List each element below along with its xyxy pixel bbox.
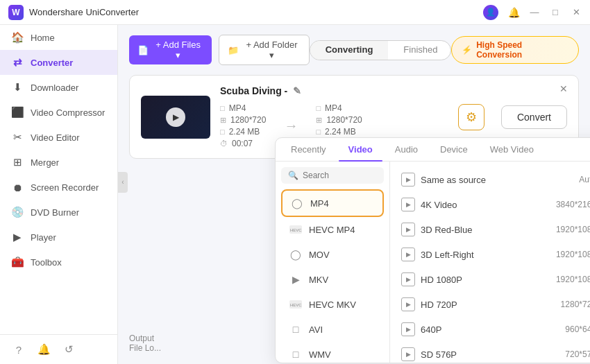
add-folder-button[interactable]: 📁 + Add Folder ▾ [219,35,309,65]
source-resolution-row: ⊞ 1280*720 [220,115,266,125]
size-icon: □ [220,128,225,136]
source-resolution: 1280*720 [230,115,266,125]
title-bar-left: W Wondershare UniConverter [8,5,139,20]
bell-icon[interactable]: 🔔 [508,7,519,18]
sidebar-bottom: ? 🔔 ↺ [0,334,117,364]
format-body: 🔍 ◯ MP4 HEVC HEVC MP4 ◯ [276,162,590,363]
player-icon: ▶ [11,231,24,243]
toolbox-icon: 🧰 [11,256,24,268]
format-option-mkv[interactable]: ▶ MKV [281,267,384,292]
source-format: MP4 [229,103,246,113]
quality-640p[interactable]: ▶ 640P 960*640 ✎ [390,317,590,342]
target-format-icon: □ [316,104,321,112]
format-tab-video[interactable]: Video [339,138,382,161]
quality-play-icon-5: ▶ [401,297,415,311]
search-icon: 🔍 [288,171,298,180]
refresh-icon[interactable]: ↺ [61,342,76,357]
video-title: Scuba Diving - ✎ [220,85,448,96]
help-icon[interactable]: ? [11,342,26,357]
sidebar-item-video-editor[interactable]: ✂ Video Editor [0,125,117,150]
format-tab-device[interactable]: Device [430,138,478,161]
convert-button[interactable]: Convert [501,105,567,129]
format-option-avi[interactable]: □ AVI [281,317,384,342]
quality-hd-720p[interactable]: ▶ HD 720P 1280*720 ✎ [390,292,590,317]
sidebar-item-label: Converter [31,58,73,68]
quality-hd-1080p[interactable]: ▶ HD 1080P 1920*1080 ✎ [390,267,590,292]
quality-play-icon-4: ▶ [401,272,415,286]
quality-play-icon-7: ▶ [401,347,415,361]
edit-title-icon[interactable]: ✎ [293,85,301,96]
sidebar-item-video-compressor[interactable]: ⬛ Video Compressor [0,100,117,125]
sidebar-item-dvd-burner[interactable]: 💿 DVD Burner [0,200,117,225]
sidebar-item-label: DVD Burner [31,207,79,218]
merger-icon: ⊞ [11,156,24,168]
video-thumbnail[interactable]: ▶ [141,96,210,139]
sidebar-item-label: Merger [31,157,59,168]
video-card-close-button[interactable]: ✕ [557,83,570,95]
target-size: 2.24 MB [325,127,356,137]
format-option-hevc-mp4[interactable]: HEVC HEVC MP4 [281,217,384,242]
sidebar-item-merger[interactable]: ⊞ Merger [0,150,117,175]
file-location-label: File Lo... [129,343,161,353]
settings-button[interactable]: ⚙ [458,104,484,130]
high-speed-button[interactable]: ⚡ High Speed Conversion [451,36,579,64]
svg-text:HEVC: HEVC [290,303,302,307]
quality-list: ▶ Same as source Auto ✎ ▶ 4K Video [390,162,590,363]
format-option-wmv[interactable]: □ WMV [281,342,384,363]
format-option-mov[interactable]: ◯ MOV [281,242,384,267]
lightning-icon: ⚡ [462,45,472,55]
sidebar-collapse-button[interactable]: ‹ [118,172,128,193]
quality-same-as-source[interactable]: ▶ Same as source Auto ✎ [390,167,590,192]
wmv-icon: □ [288,347,303,362]
target-resolution-icon: ⊞ [316,116,322,125]
target-resolution: 1280*720 [326,115,362,125]
notification-icon[interactable]: 🔔 [36,342,51,357]
format-search-input[interactable] [303,171,377,180]
user-icon[interactable]: 👤 [483,5,498,20]
format-tab-web-video[interactable]: Web Video [480,138,543,161]
tab-finished[interactable]: Finished [388,41,451,60]
editor-icon: ✂ [11,131,24,144]
format-option-hevc-mkv[interactable]: HEVC HEVC MKV [281,292,384,317]
downloader-icon: ⬇ [11,81,24,94]
source-duration: 00:07 [232,139,253,148]
quality-4k[interactable]: ▶ 4K Video 3840*2160 ✎ [390,192,590,217]
format-tab-recently[interactable]: Recently [281,138,336,161]
sidebar-item-player[interactable]: ▶ Player [0,225,117,250]
screen-recorder-icon: ⏺ [11,181,24,193]
format-icon: □ [220,104,225,112]
sidebar-item-toolbox[interactable]: 🧰 Toolbox [0,250,117,275]
minimize-icon[interactable]: — [529,7,540,18]
quality-play-icon-1: ▶ [401,198,415,211]
title-bar-controls: 👤 🔔 — □ ✕ [483,5,582,20]
target-format: MP4 [325,103,342,113]
sidebar-item-label: Downloader [31,83,78,93]
quality-3d-left-right[interactable]: ▶ 3D Left-Right 1920*1080 ✎ [390,242,590,267]
add-files-button[interactable]: 📄 Converting + Add Files ▾ [129,35,212,64]
hevc-mkv-icon: HEVC [288,297,303,312]
sidebar-item-downloader[interactable]: ⬇ Downloader [0,75,117,100]
format-search-box[interactable]: 🔍 [281,167,384,184]
content-area: 📄 Converting + Add Files ▾ 📁 + Add Folde… [118,25,590,364]
format-tab-audio[interactable]: Audio [385,138,428,161]
sidebar-item-home[interactable]: 🏠 Home [0,25,117,50]
add-files-icon: 📄 [137,45,149,55]
close-icon[interactable]: ✕ [571,7,582,18]
sidebar-item-screen-recorder[interactable]: ⏺ Screen Recorder [0,175,117,200]
quality-3d-red-blue[interactable]: ▶ 3D Red-Blue 1920*1080 ✎ [390,217,590,242]
resolution-icon: ⊞ [220,116,226,125]
dvd-burner-icon: 💿 [11,206,24,218]
hevc-mp4-icon: HEVC [288,222,303,237]
format-tabs: Recently Video Audio Device Web Video [276,138,590,162]
maximize-icon[interactable]: □ [550,7,561,18]
quality-sd-576p[interactable]: ▶ SD 576P 720*576 ✎ [390,342,590,363]
sidebar-item-converter[interactable]: ⇄ Converter [0,50,117,75]
app-title: Wondershare UniConverter [29,7,139,17]
source-meta: □ MP4 ⊞ 1280*720 □ 2.24 MB [220,103,266,148]
format-option-mp4[interactable]: ◯ MP4 [281,189,384,217]
sidebar-item-label: Player [31,232,56,243]
source-size: 2.24 MB [229,127,260,137]
sidebar-item-label: Toolbox [31,257,62,268]
play-button[interactable]: ▶ [166,107,185,127]
tab-converting[interactable]: Converting [310,41,389,60]
